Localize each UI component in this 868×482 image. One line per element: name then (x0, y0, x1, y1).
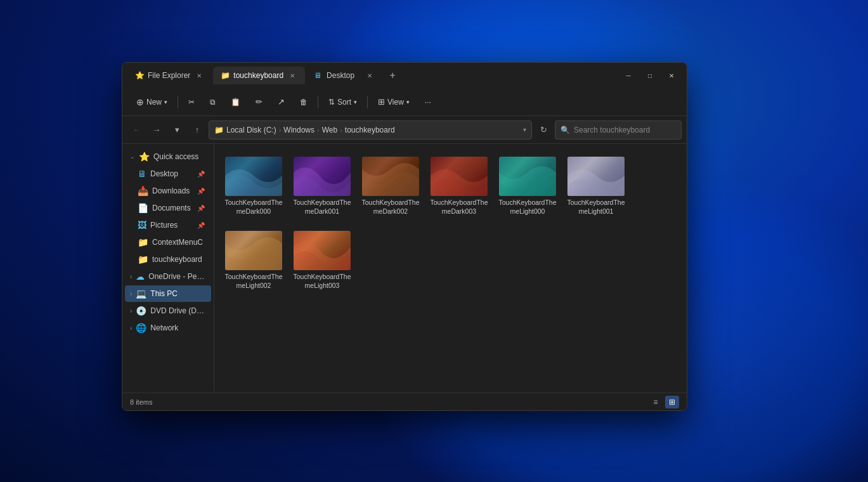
downloads-nav-label: Downloads (152, 186, 193, 195)
tab-file-explorer[interactable]: ⭐ File Explorer ✕ (127, 67, 212, 84)
file-name-4: TouchKeyboardThemeLight000 (498, 199, 557, 216)
window-controls: ─ □ ✕ (618, 68, 682, 83)
onedrive-nav-label: OneDrive - Perso (148, 272, 205, 281)
sidebar-item-contextmenuc[interactable]: 📁 ContextMenuC (125, 234, 211, 251)
file-item-6[interactable]: TouchKeyboardThemeLight002 (222, 226, 285, 295)
view-button[interactable]: ⊞ View ▾ (372, 94, 416, 110)
list-view-button[interactable]: ≡ (649, 396, 663, 408)
file-item-0[interactable]: TouchKeyboardThemeDark000 (222, 152, 285, 221)
up-button[interactable]: ↑ (188, 121, 206, 139)
item-count: 8 items (130, 398, 152, 406)
sidebar-item-onedrive[interactable]: › ☁ OneDrive - Perso (125, 268, 211, 285)
file-name-0: TouchKeyboardThemeDark000 (224, 199, 283, 216)
copy-icon: ⧉ (210, 98, 216, 107)
address-bar[interactable]: 📁 Local Disk (C:) › Windows › Web › touc… (209, 120, 532, 140)
tab-touchkeyboard[interactable]: 📁 touchkeyboard ✕ (213, 67, 305, 84)
refresh-button[interactable]: ↻ (534, 121, 552, 139)
tab-file-explorer-label: File Explorer (148, 71, 190, 80)
copy-button[interactable]: ⧉ (204, 94, 222, 110)
files-grid: TouchKeyboardThemeDark000 TouchKeyboardT… (222, 152, 679, 296)
paste-button[interactable]: 📋 (224, 94, 247, 110)
network-chevron-icon: › (130, 325, 132, 332)
cut-icon: ✂ (188, 98, 195, 107)
sidebar-item-downloads[interactable]: 📥 Downloads 📌 (125, 183, 211, 199)
downloads-nav-icon: 📥 (138, 186, 148, 196)
sidebar-item-documents[interactable]: 📄 Documents 📌 (125, 200, 211, 216)
grid-view-button[interactable]: ⊞ (665, 396, 679, 408)
file-name-7: TouchKeyboardThemeLight003 (293, 273, 351, 290)
rename-icon: ✏ (256, 97, 262, 107)
desktop-nav-icon: 🖥 (138, 169, 146, 179)
search-input[interactable] (574, 126, 676, 134)
nav-bar: ← → ▾ ↑ 📁 Local Disk (C:) › Windows › We… (122, 116, 687, 144)
more-button[interactable]: ··· (418, 94, 437, 110)
file-item-1[interactable]: TouchKeyboardThemeDark001 (290, 152, 354, 221)
back-button[interactable]: ← (127, 121, 145, 139)
recent-locations-button[interactable]: ▾ (168, 121, 186, 139)
tab-desktop[interactable]: 🖥 Desktop ✕ (306, 67, 382, 84)
tab-desktop-close[interactable]: ✕ (365, 70, 375, 81)
onedrive-nav-icon: ☁ (136, 271, 145, 282)
file-item-5[interactable]: TouchKeyboardThemeLight001 (564, 152, 628, 221)
file-item-3[interactable]: TouchKeyboardThemeDark003 (427, 152, 491, 221)
file-name-2: TouchKeyboardThemeDark002 (361, 199, 420, 216)
file-item-2[interactable]: TouchKeyboardThemeDark002 (359, 152, 422, 221)
sort-label: Sort (337, 98, 351, 107)
sidebar-item-dvd-drive[interactable]: › 💿 DVD Drive (D:) Cl (125, 303, 211, 319)
status-bar: 8 items ≡ ⊞ (122, 393, 687, 410)
file-item-4[interactable]: TouchKeyboardThemeLight000 (496, 152, 559, 221)
file-thumbnail-3 (431, 157, 488, 196)
file-explorer-window: ⭐ File Explorer ✕ 📁 touchkeyboard ✕ 🖥 De… (122, 62, 687, 411)
quick-access-label: Quick access (153, 152, 205, 161)
file-item-7[interactable]: TouchKeyboardThemeLight003 (290, 226, 354, 295)
documents-nav-label: Documents (152, 204, 193, 212)
network-nav-icon: 🌐 (136, 323, 146, 333)
new-label: New (146, 98, 162, 107)
tab-file-explorer-close[interactable]: ✕ (194, 70, 204, 81)
sidebar-item-desktop[interactable]: 🖥 Desktop 📌 (125, 166, 211, 182)
dvd-nav-icon: 💿 (136, 306, 146, 316)
pictures-pin-icon: 📌 (197, 222, 205, 229)
forward-button[interactable]: → (148, 121, 165, 139)
cut-button[interactable]: ✂ (182, 94, 201, 110)
sidebar-item-this-pc[interactable]: › 💻 This PC (125, 285, 211, 302)
more-icon: ··· (425, 98, 431, 107)
tab-touchkeyboard-close[interactable]: ✕ (287, 70, 297, 81)
address-crumb: Local Disk (C:) › Windows › Web › touchk… (226, 126, 395, 134)
sidebar-item-pictures[interactable]: 🖼 Pictures 📌 (125, 217, 211, 233)
search-box[interactable]: 🔍 (555, 120, 682, 140)
contextmenuc-nav-icon: 📁 (138, 237, 148, 247)
onedrive-chevron-icon: › (130, 273, 132, 280)
new-icon: ⊕ (136, 97, 144, 107)
tab-file-explorer-icon: ⭐ (135, 71, 144, 80)
tab-desktop-label: Desktop (327, 71, 361, 80)
new-button[interactable]: ⊕ New ▾ (130, 94, 174, 110)
sidebar-item-touchkeyboard[interactable]: 📁 touchkeyboard (125, 251, 211, 268)
toolbar-separator-1 (178, 96, 178, 108)
rename-button[interactable]: ✏ (249, 94, 269, 110)
close-button[interactable]: ✕ (661, 68, 682, 83)
sort-button[interactable]: ⇅ Sort ▾ (322, 94, 363, 110)
breadcrumb-part-3: Web (322, 126, 337, 134)
breadcrumb-sep-3: › (340, 126, 342, 134)
share-button[interactable]: ↗ (271, 94, 291, 110)
maximize-button[interactable]: □ (640, 68, 660, 83)
downloads-pin-icon: 📌 (197, 188, 205, 195)
sidebar-item-network[interactable]: › 🌐 Network (125, 320, 211, 336)
sidebar-item-quick-access[interactable]: ⌄ ⭐ Quick access (125, 148, 211, 165)
documents-nav-icon: 📄 (138, 203, 148, 213)
touchkeyboard-nav-label: touchkeyboard (152, 255, 205, 264)
new-tab-button[interactable]: + (384, 67, 401, 84)
quick-access-star-icon: ⭐ (139, 152, 150, 162)
share-icon: ↗ (278, 97, 285, 107)
file-name-3: TouchKeyboardThemeDark003 (430, 199, 488, 216)
new-chevron-icon: ▾ (164, 99, 167, 105)
toolbar-separator-2 (318, 96, 318, 108)
breadcrumb-sep-2: › (317, 126, 320, 134)
quick-access-chevron-icon: ⌄ (130, 153, 135, 160)
minimize-button[interactable]: ─ (618, 68, 638, 83)
documents-pin-icon: 📌 (197, 205, 205, 212)
delete-button[interactable]: 🗑 (294, 94, 314, 110)
breadcrumb-part-2: Windows (283, 126, 314, 134)
file-thumbnail-1 (294, 157, 351, 196)
